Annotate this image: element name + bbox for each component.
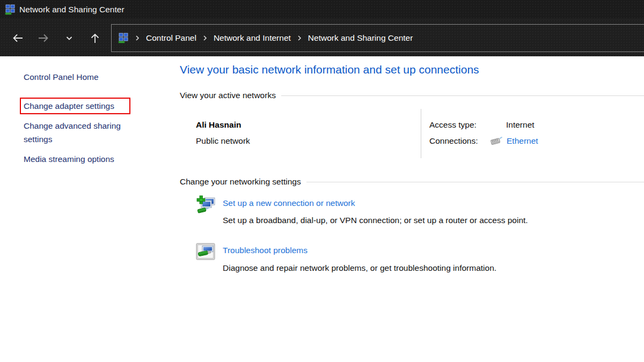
app-network-icon [5,4,16,15]
forward-button[interactable] [36,30,50,46]
network-details: Access type: Internet Connections: Ether… [421,109,538,158]
active-network-panel: Ali Hasnain Public network Access type: … [180,109,644,158]
breadcrumb-separator-icon [294,35,305,41]
setup-connection-link[interactable]: Set up a new connection or network [223,197,355,210]
network-location-icon [118,33,129,43]
sidebar: Control Panel Home Change adapter settin… [0,56,180,362]
section-active-networks-header: View your active networks [180,90,644,101]
task-icon-wrap [196,242,223,275]
task-text: Troubleshoot problems Diagnose and repai… [223,242,496,275]
nav-controls [11,19,102,56]
window-title: Network and Sharing Center [19,5,125,14]
sidebar-item-change-advanced-sharing-settings[interactable]: Change advanced sharing settings [24,119,139,146]
network-type: Public network [196,135,421,147]
task-text: Set up a new connection or network Set u… [223,194,528,227]
arrow-up-icon [89,32,101,45]
access-type-value: Internet [506,119,535,131]
task-troubleshoot: Troubleshoot problems Diagnose and repai… [196,242,644,275]
main-panel: View your basic network information and … [180,56,644,362]
connections-row: Connections: Ethernet [429,135,538,147]
troubleshoot-icon [196,243,215,260]
task-icon-wrap [196,194,223,227]
access-type-label: Access type: [429,119,506,131]
breadcrumb-control-panel[interactable]: Control Panel [143,31,200,45]
sidebar-item-label: Change adapter settings [24,101,114,110]
chevron-down-icon [65,34,74,42]
up-button[interactable] [88,30,102,46]
troubleshoot-description: Diagnose and repair network problems, or… [223,262,496,275]
breadcrumb-separator-icon [132,35,143,41]
sidebar-item-control-panel-home[interactable]: Control Panel Home [24,70,139,84]
task-setup-connection: Set up a new connection or network Set u… [196,194,644,227]
navigation-bar: Control Panel Network and Internet Netwo… [0,19,644,56]
arrow-right-icon [37,32,50,45]
sidebar-item-media-streaming-options[interactable]: Media streaming options [24,152,139,166]
breadcrumb-network-and-internet[interactable]: Network and Internet [210,31,294,45]
network-identity: Ali Hasnain Public network [180,109,421,158]
troubleshoot-problems-link[interactable]: Troubleshoot problems [223,244,308,257]
recent-locations-button[interactable] [62,30,76,46]
access-type-row: Access type: Internet [429,119,538,131]
breadcrumb-separator-icon [200,35,210,41]
window-titlebar: Network and Sharing Center [0,0,644,19]
section-label: Change your networking settings [180,176,301,188]
breadcrumb-network-and-sharing-center[interactable]: Network and Sharing Center [305,31,416,45]
connections-label: Connections: [429,135,489,147]
section-label: View your active networks [180,90,276,101]
new-connection-icon [196,195,216,216]
content-area: Control Panel Home Change adapter settin… [0,56,644,362]
ethernet-icon [489,136,503,146]
section-divider-line [306,182,644,182]
section-networking-settings-header: Change your networking settings [180,176,644,188]
setup-connection-description: Set up a broadband, dial-up, or VPN conn… [223,214,528,227]
sidebar-item-change-adapter-settings[interactable]: Change adapter settings [24,99,139,113]
address-bar[interactable]: Control Panel Network and Internet Netwo… [111,24,644,52]
page-title: View your basic network information and … [180,62,644,78]
back-button[interactable] [11,30,25,46]
network-name: Ali Hasnain [196,119,421,131]
section-divider-line [281,95,644,96]
arrow-left-icon [11,32,24,45]
ethernet-link[interactable]: Ethernet [507,135,538,147]
